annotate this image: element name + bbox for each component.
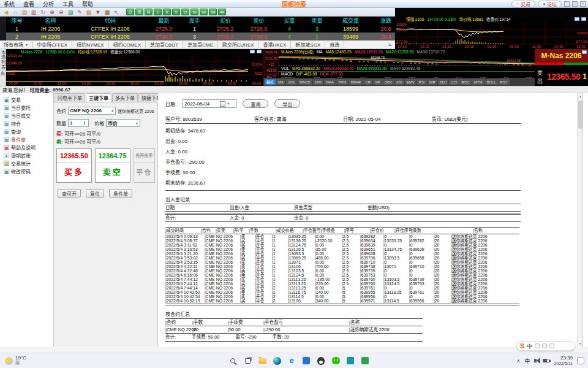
start-button[interactable] bbox=[213, 356, 223, 366]
zoom-out-icon[interactable]: ⊖ bbox=[58, 9, 65, 16]
chart-maximize-icon[interactable] bbox=[581, 17, 586, 21]
sell-price[interactable]: 12365.50 bbox=[547, 72, 580, 82]
scrollbar-thumb[interactable] bbox=[578, 101, 582, 129]
market-tab[interactable]: 新加坡SGX bbox=[291, 41, 325, 48]
date-input[interactable] bbox=[184, 101, 220, 107]
forum-button[interactable]: ●论坛 bbox=[538, 1, 562, 7]
cursor-icon[interactable]: ↖ bbox=[113, 9, 120, 16]
zoom-in-icon[interactable]: ⊕ bbox=[48, 9, 56, 16]
keyboard-icon[interactable] bbox=[542, 343, 547, 348]
chart-restore-icon[interactable] bbox=[575, 17, 579, 21]
market-tab[interactable]: 芝加哥CME bbox=[183, 41, 218, 48]
indicator-tab[interactable]: CCI bbox=[449, 79, 459, 85]
panel-restore-icon[interactable] bbox=[582, 50, 587, 54]
app-icon-teal[interactable] bbox=[345, 356, 355, 366]
market-tab[interactable]: 纽约COMEX bbox=[109, 41, 146, 48]
ime-mode[interactable]: 中 bbox=[527, 342, 532, 350]
file-explorer-icon[interactable] bbox=[257, 356, 267, 366]
east-tab[interactable]: 东 bbox=[1, 70, 5, 76]
volume-icon[interactable] bbox=[534, 359, 537, 362]
quantity-stepper[interactable]: ▲▼ bbox=[68, 119, 89, 127]
market-tab[interactable]: 纽约NYMEX bbox=[72, 41, 108, 48]
table-icon[interactable]: ▦ bbox=[104, 9, 111, 16]
wechat-icon[interactable] bbox=[331, 356, 341, 366]
quote-row[interactable]: 1IH 2206CFFEX IH 22062726.012725.22726.0… bbox=[6, 25, 401, 33]
trade-row[interactable]: |2022/5/4 3:21:20|CME NQ 2206|卖|开仓|1|130… bbox=[165, 251, 519, 256]
restore-button[interactable]: □ bbox=[572, 1, 578, 7]
indicator-tab[interactable]: EMV bbox=[405, 79, 417, 85]
buy-long-button[interactable]: 12365.50 买多 bbox=[56, 148, 92, 183]
sidebar-item[interactable]: ▤ 查询 bbox=[4, 128, 53, 136]
scrollbar[interactable]: ▲ ▼ bbox=[577, 93, 582, 347]
period-button[interactable]: 30 bbox=[190, 9, 198, 15]
menu-item[interactable]: 系统 bbox=[4, 0, 15, 8]
sidebar-item[interactable]: ▥ 交易统计 bbox=[4, 159, 53, 167]
menu-icon[interactable]: ≡ bbox=[388, 42, 391, 48]
price-mode-select[interactable]: 市价▼ bbox=[106, 119, 140, 127]
tab-three-key-order[interactable]: 三键下单 bbox=[86, 93, 111, 102]
order-tool-button[interactable]: 条件单 bbox=[109, 189, 132, 197]
indicator-tab[interactable]: OBV bbox=[382, 79, 394, 85]
market-tab[interactable]: 欧交所EUREX bbox=[218, 41, 259, 48]
app-icon-blue[interactable] bbox=[301, 356, 311, 366]
order-tool-button[interactable]: 复位 bbox=[86, 189, 104, 197]
indicator-tab[interactable]: VOL bbox=[286, 79, 297, 85]
tab-long-order[interactable]: 多头下单 bbox=[112, 93, 138, 102]
market-tab[interactable]: 芝加哥CBOT bbox=[146, 41, 183, 48]
back-icon[interactable]: ◀ bbox=[2, 9, 10, 16]
draw-icon[interactable]: ✎ bbox=[76, 9, 83, 16]
chart-restore-icon[interactable] bbox=[250, 50, 255, 53]
scroll-down-icon[interactable]: ▼ bbox=[578, 342, 582, 345]
qq-icon[interactable] bbox=[316, 356, 326, 366]
indicator-tab[interactable]: VR bbox=[373, 79, 382, 85]
trade-row[interactable]: |2022/5/4 3:53:02|CME NQ 2206|买|平仓|1|130… bbox=[165, 256, 519, 260]
date-picker[interactable]: ▼ bbox=[183, 99, 236, 108]
indicator-tab[interactable]: DMA bbox=[324, 79, 336, 85]
menu-item[interactable]: 帮助 bbox=[82, 0, 93, 8]
summary-cell[interactable]: |20 bbox=[192, 326, 228, 333]
edge-icon[interactable] bbox=[272, 356, 282, 366]
indicator-tab[interactable]: WR bbox=[428, 79, 437, 85]
market-list-tab[interactable]: 市场列表 bbox=[0, 50, 6, 70]
brush-icon[interactable]: ▨ bbox=[85, 9, 92, 16]
tab-flash-order[interactable]: 闪电手下单 bbox=[55, 93, 85, 102]
refresh-icon[interactable]: ↻ bbox=[39, 9, 47, 16]
menu-item[interactable]: 分析 bbox=[43, 0, 54, 8]
indicator-tab[interactable]: ROC bbox=[459, 79, 471, 85]
overlay-icon[interactable]: ▧ bbox=[67, 9, 74, 16]
trade-row[interactable]: |2022/5/4 3:53:15|CME NQ 2206|买|开仓|1|130… bbox=[165, 260, 519, 264]
market-tab[interactable]: 自选 bbox=[325, 41, 344, 48]
contract-select[interactable]: CME NQ 2206▼ bbox=[68, 107, 116, 115]
sidebar-item[interactable]: ▣ 交易 bbox=[4, 96, 53, 104]
period-button[interactable]: 月 bbox=[145, 9, 153, 15]
indicator-tab[interactable]: ASI bbox=[394, 79, 404, 85]
indicator-tab[interactable]: RSI bbox=[417, 79, 427, 85]
home-icon[interactable]: ⌂ bbox=[12, 9, 19, 16]
filter-icon[interactable]: ▼ bbox=[94, 9, 102, 16]
indicator-tab[interactable]: 指标 bbox=[265, 79, 276, 85]
report-icon[interactable]: ▤ bbox=[21, 9, 28, 16]
sidebar-item[interactable]: ▤ 帮助及说明 bbox=[4, 144, 53, 151]
ie-icon[interactable]: e bbox=[287, 356, 296, 366]
ime-indicator[interactable]: 中 bbox=[524, 357, 530, 365]
market-tab[interactable]: 香港HKEX bbox=[259, 41, 292, 48]
indicator-tab[interactable]: PSY bbox=[499, 79, 510, 85]
indicator-tab[interactable]: BRAR bbox=[349, 79, 363, 85]
close-button[interactable]: × bbox=[580, 1, 586, 7]
trade-row[interactable]: |2022/5/4 7:44:12|CME NQ 2206|买|平仓|1|131… bbox=[165, 282, 519, 286]
trade-row[interactable]: |2022/5/4 6:16:06|CME NQ 2206|卖|开仓|1|131… bbox=[165, 273, 519, 277]
period-button[interactable]: 60 bbox=[200, 9, 208, 15]
trade-row[interactable]: |2022/5/4 7:44:12|CME NQ 2206|买|平仓|1|131… bbox=[165, 277, 519, 282]
summary-cell[interactable]: |-290.00 bbox=[263, 326, 349, 333]
export-button[interactable]: 导出 bbox=[274, 99, 300, 108]
trade-row[interactable]: |2022/5/4 0:09:13|CME NQ 2206|卖|开仓|1|130… bbox=[165, 234, 519, 239]
pen-icon[interactable] bbox=[535, 343, 540, 348]
period-button[interactable]: 周 bbox=[135, 9, 143, 15]
period-button[interactable]: 日 bbox=[126, 9, 134, 15]
indicator-tab[interactable]: TRIX bbox=[336, 79, 349, 85]
trade-row[interactable]: |2022/5/4 10:42:54|CME NQ 2206|卖|开仓|2|13… bbox=[165, 294, 519, 299]
order-tool-button[interactable]: 查可开 bbox=[58, 189, 81, 197]
summary-cell[interactable]: |CME NQ 2206 bbox=[165, 326, 192, 333]
task-view-icon[interactable] bbox=[243, 356, 252, 366]
trade-row[interactable]: |2022/5/4 7:44:14|CME NQ 2206|买|开仓|2|131… bbox=[165, 286, 519, 290]
